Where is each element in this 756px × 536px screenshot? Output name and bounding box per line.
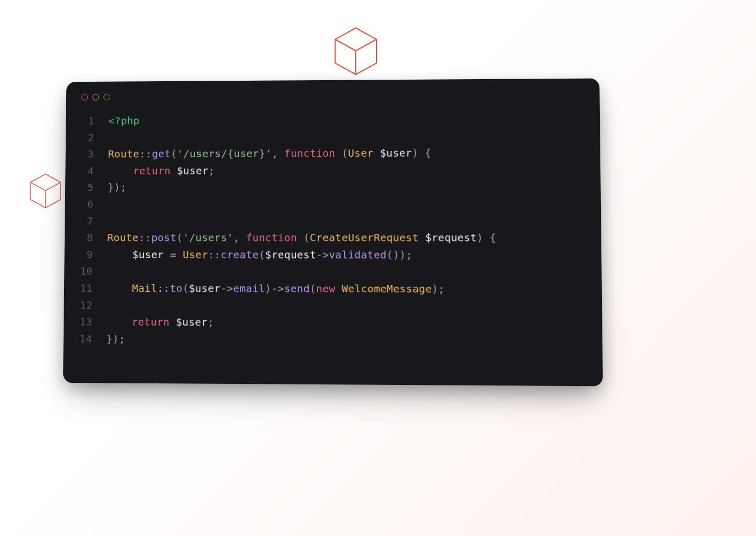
line-content: }); <box>108 179 127 196</box>
code-line: 6 <box>79 195 586 213</box>
token-keyword: function <box>284 147 342 159</box>
token-string: '/users/{user}' <box>177 147 271 160</box>
token-method: create <box>221 248 259 261</box>
token-class: Mail <box>132 282 157 294</box>
token-var: $user <box>189 282 220 294</box>
token-string: '/users' <box>183 231 233 244</box>
token-var: $user <box>177 165 208 177</box>
line-content: $user = User::create($request->validated… <box>107 246 412 263</box>
line-content <box>107 263 113 280</box>
line-content: <?php <box>108 112 140 129</box>
token-punct: ) { <box>412 147 431 159</box>
token-method: to <box>170 282 183 294</box>
token-var: $user <box>380 147 412 159</box>
line-content <box>107 296 113 314</box>
cube-decoration-icon <box>29 172 62 210</box>
line-content <box>108 196 114 213</box>
token-punct <box>107 316 132 328</box>
token-scope: :: <box>157 282 170 294</box>
traffic-close-icon <box>81 94 88 101</box>
token-punct <box>419 231 426 244</box>
line-content: Route::get('/users/{user}', function (Us… <box>108 145 431 163</box>
code-line: 1<?php <box>80 110 585 129</box>
token-keyword: return <box>132 316 176 328</box>
line-number: 12 <box>78 296 107 314</box>
code-line: 9 $user = User::create($request->validat… <box>79 246 587 264</box>
token-punct: ( <box>176 231 183 244</box>
token-punct: ; <box>207 316 214 329</box>
token-var: $request <box>265 248 316 261</box>
token-punct: ) <box>265 282 271 294</box>
line-content <box>108 213 114 229</box>
token-punct: , <box>233 231 246 244</box>
token-punct: , <box>271 147 284 160</box>
token-class: User <box>183 248 208 261</box>
code-line: 4 return $user; <box>80 161 586 179</box>
code-line: 10 <box>79 263 587 280</box>
token-prop: validated <box>329 248 387 261</box>
token-class: WelcomeMessage <box>342 282 432 295</box>
code-line: 13 return $user; <box>78 314 587 333</box>
token-punct <box>373 147 380 159</box>
code-line: 3Route::get('/users/{user}', function (U… <box>80 144 585 162</box>
token-keyword: return <box>133 165 177 177</box>
token-punct <box>108 165 133 177</box>
token-prop: email <box>233 282 265 294</box>
token-var: $user <box>176 316 207 328</box>
svg-line-5 <box>31 182 46 190</box>
line-number: 5 <box>79 179 108 196</box>
code-line: 12 <box>78 296 587 315</box>
code-line: 11 Mail::to($user->email)->send(new Welc… <box>78 280 587 298</box>
line-content: Route::post('/users', function (CreateUs… <box>107 229 496 246</box>
line-number: 8 <box>79 229 107 246</box>
line-number: 13 <box>78 314 107 331</box>
line-number: 3 <box>80 146 108 162</box>
token-scope: :: <box>208 248 221 261</box>
token-punct: = <box>164 248 183 261</box>
token-punct: ( <box>171 147 177 160</box>
line-content: Mail::to($user->email)->send(new Welcome… <box>107 280 445 297</box>
line-number: 11 <box>78 280 107 297</box>
token-punct <box>107 282 132 294</box>
token-arrow: -> <box>316 248 329 261</box>
code-line: 5}); <box>79 178 586 196</box>
token-keyword: new <box>316 282 342 295</box>
code-block: 1<?php2 3Route::get('/users/{user}', fun… <box>78 110 587 350</box>
token-punct: ) { <box>477 231 496 244</box>
token-phptag: <?php <box>108 114 140 127</box>
code-line: 14}); <box>78 330 587 349</box>
line-number: 10 <box>79 263 107 280</box>
token-scope: :: <box>139 148 152 160</box>
token-class: CreateUserRequest <box>310 231 419 244</box>
token-punct: ; <box>208 164 215 176</box>
traffic-minimize-icon <box>93 94 99 100</box>
traffic-zoom-icon <box>103 94 110 100</box>
token-punct: ( <box>310 282 316 295</box>
token-punct: ()); <box>387 248 413 261</box>
token-prop: send <box>284 282 309 294</box>
token-punct: }); <box>107 333 126 345</box>
token-var: $user <box>132 248 164 261</box>
token-punct: ( <box>342 147 348 159</box>
token-punct <box>107 248 132 261</box>
token-punct: ); <box>432 282 445 295</box>
token-keyword: function <box>246 231 304 244</box>
token-arrow: -> <box>271 282 284 294</box>
token-punct: ( <box>259 248 265 261</box>
line-number: 9 <box>79 246 107 263</box>
token-var: $request <box>425 231 477 244</box>
token-arrow: -> <box>220 282 233 294</box>
line-content: return $user; <box>108 162 215 180</box>
token-class: User <box>348 147 373 159</box>
line-number: 7 <box>79 213 108 229</box>
token-method: get <box>152 147 171 160</box>
line-content: return $user; <box>107 314 214 331</box>
line-number: 6 <box>79 196 108 213</box>
token-punct: }); <box>108 181 127 193</box>
line-number: 4 <box>80 162 108 179</box>
line-number: 14 <box>78 330 107 347</box>
line-number: 1 <box>80 113 109 129</box>
svg-line-6 <box>46 182 61 190</box>
line-content <box>108 129 114 146</box>
cube-decoration-icon <box>333 26 379 77</box>
